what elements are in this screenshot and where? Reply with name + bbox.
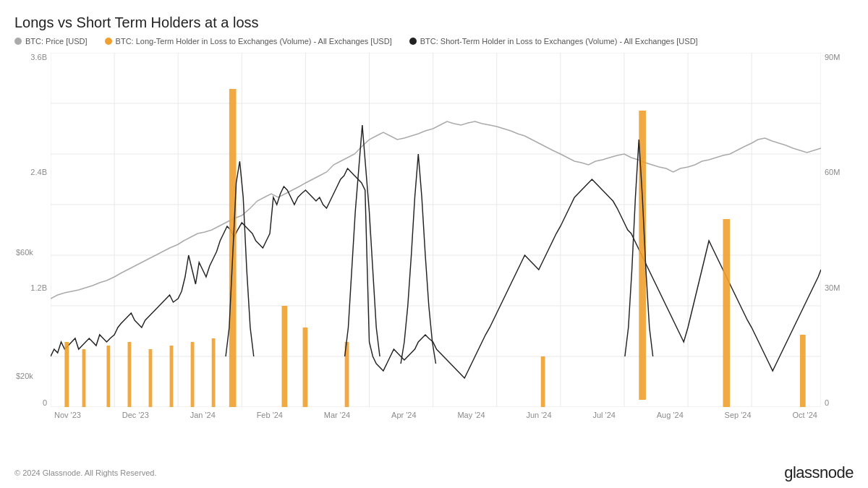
btc-price-60k: $60k [16,248,33,257]
lth-spike-jul24 [541,356,545,407]
svg-rect-28 [212,338,216,407]
y-right-label-4: 30M [825,283,840,292]
x-label-feb24: Feb '24 [257,411,283,419]
legend-item-price: BTC: Price [USD] [14,37,88,46]
btc-price-line [51,121,821,299]
svg-rect-21 [64,342,69,407]
copyright: © 2024 Glassnode. All Rights Reserved. [14,468,156,477]
x-axis: Nov '23 Dec '23 Jan '24 Feb '24 Mar '24 … [14,407,854,419]
lth-spike-sep24 [723,219,730,407]
chart-svg [51,53,821,407]
x-label-jun24: Jun '24 [526,411,551,419]
y-left-label-0: 3.6B [30,53,47,61]
legend-label-sth: BTC: Short-Term Holder in Loss to Exchan… [420,37,698,46]
y-left-label-4: 1.2B [30,283,47,292]
legend-label-price: BTC: Price [USD] [25,37,88,46]
lth-spike-feb24 [282,306,288,407]
x-label-oct24: Oct '24 [792,411,817,419]
y-axis-right: 90M 60M 30M 0 [821,53,854,407]
y-axis-left: 3.6B 2.4B 1.2B 0 [14,53,51,407]
brand-name: glassnode [784,463,854,482]
x-label-mar24: Mar '24 [324,411,350,419]
x-label-jan24: Jan '24 [190,411,216,419]
svg-rect-26 [170,346,174,407]
x-label-sep24: Sep '24 [725,411,752,419]
legend-item-sth: BTC: Short-Term Holder in Loss to Exchan… [409,37,698,46]
x-label-apr24: Apr '24 [391,411,417,419]
y-left-label-6: 0 [43,398,47,407]
x-label-aug24: Aug '24 [657,411,684,419]
y-right-label-2: 60M [825,168,840,176]
sth-spike-apr24 [401,154,435,364]
x-label-nov23: Nov '23 [54,411,81,419]
legend-dot-lth [105,38,112,45]
legend-dot-price [14,38,22,45]
svg-rect-22 [82,349,86,407]
y-right-label-0: 90M [825,53,840,61]
legend-dot-sth [409,38,417,45]
footer: © 2024 Glassnode. All Rights Reserved. g… [14,463,854,482]
svg-rect-23 [106,346,110,407]
chart-title: Longs vs Short Term Holders at a loss [14,14,854,31]
x-label-jul24: Jul '24 [592,411,615,419]
x-label-dec23: Dec '23 [122,411,149,419]
svg-rect-27 [191,342,195,407]
svg-rect-24 [128,342,132,407]
chart-legend: BTC: Price [USD] BTC: Long-Term Holder i… [14,37,854,46]
sth-line [51,168,821,378]
btc-price-20k: $20k [16,372,33,380]
lth-spike-oct24 [800,335,806,407]
svg-rect-25 [149,349,153,407]
y-left-label-2: 2.4B [30,168,47,176]
legend-item-lth: BTC: Long-Term Holder in Loss to Exchang… [105,37,392,46]
sth-spike-mar24 [345,125,380,356]
chart-container: Longs vs Short Term Holders at a loss BT… [0,0,868,488]
x-label-may24: May '24 [457,411,485,419]
chart-area: 3.6B 2.4B 1.2B 0 90M 60M 30M 0 $60k $20k [14,53,854,407]
legend-label-lth: BTC: Long-Term Holder in Loss to Exchang… [116,37,392,46]
lth-spike-feb24b [303,328,308,407]
y-right-label-6: 0 [825,398,829,407]
